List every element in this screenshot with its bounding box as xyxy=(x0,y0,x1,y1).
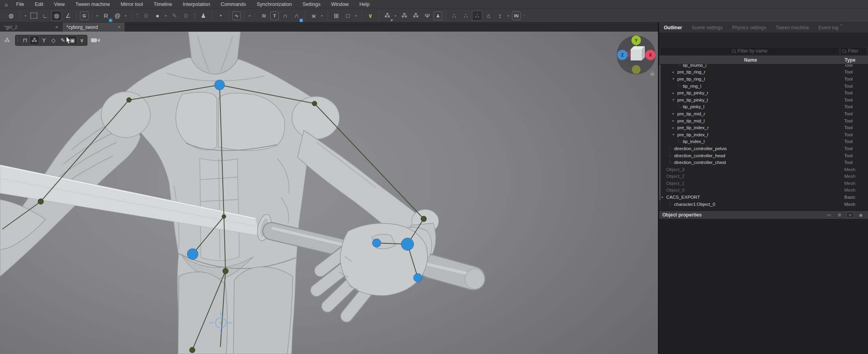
phase-toggle-icon[interactable]: Φ xyxy=(836,212,843,218)
node-triangle-icon[interactable]: Y xyxy=(39,36,49,45)
outliner-row[interactable]: tip_thumb_lTool xyxy=(659,64,868,69)
pose-board-icon[interactable]: ⊓ xyxy=(20,36,30,45)
text-tool-icon[interactable]: T xyxy=(270,11,279,20)
outliner-row[interactable]: tip_ring_lTool xyxy=(659,83,868,90)
rig-joint-point[interactable] xyxy=(222,215,226,218)
scene-globe-icon[interactable]: ◍ xyxy=(6,11,16,21)
flyout-arrow-icon[interactable]: ▸ xyxy=(320,11,324,21)
panel-tab-physics-settings[interactable]: Physics settings xyxy=(732,25,766,30)
outliner-scrollbar[interactable] xyxy=(659,64,661,211)
stepper-icon[interactable]: +− xyxy=(135,11,140,21)
arc-tool-icon[interactable]: ∩ xyxy=(280,11,290,21)
outliner-row[interactable]: Object_1Mesh xyxy=(659,180,868,187)
flyout-arrow-icon[interactable]: ▸ xyxy=(354,11,358,21)
footsteps-auto-icon[interactable]: ∴ xyxy=(461,11,471,21)
rig-selected-point[interactable] xyxy=(413,273,422,282)
list-view-icon[interactable]: ≡ xyxy=(846,212,854,218)
collapse-arrow-icon[interactable]: ▾ xyxy=(661,196,666,199)
outliner-row[interactable]: ▸pre_tip_ring_rTool xyxy=(659,69,868,76)
filter-by-name-input[interactable]: Filter by name xyxy=(660,47,840,55)
physics-joint-icon[interactable]: ⁂P xyxy=(382,11,392,21)
name-column-header[interactable]: Name xyxy=(659,57,842,63)
outliner-row[interactable]: tip_pinky_lTool xyxy=(659,104,868,111)
panel-tab-scene-settings[interactable]: Scene settings xyxy=(692,25,723,30)
rig-joint-icon[interactable]: ⁂ xyxy=(2,36,12,45)
outliner-row[interactable]: direction_controller_headTool xyxy=(659,152,868,159)
outliner-row[interactable]: ▾pre_tip_pinky_lTool xyxy=(659,96,868,104)
rig-person-icon[interactable]: ♟ xyxy=(434,11,442,20)
vector-pose-icon[interactable]: ∠ xyxy=(63,11,73,21)
rig-joint-point[interactable] xyxy=(190,347,195,353)
display-frame-icon[interactable]: ▭ xyxy=(825,212,833,218)
auto-rotation-icon[interactable]: R▪ xyxy=(101,11,111,21)
collapse-arrow-icon[interactable]: ‹ xyxy=(16,36,20,45)
outliner-row[interactable]: ▸pre_tip_mid_lTool xyxy=(659,117,868,124)
rig-joint-point[interactable] xyxy=(421,216,426,222)
flyout-arrow-icon[interactable]: ▸ xyxy=(506,11,511,21)
menu-item-settings[interactable]: Settings xyxy=(303,2,320,7)
outliner-row[interactable]: Object_2Mesh xyxy=(659,173,868,180)
collapse-arrow-icon[interactable]: ▾ xyxy=(673,98,677,102)
ghost-v-icon[interactable]: ∨ xyxy=(77,36,87,45)
outliner-row[interactable]: Object_0Mesh xyxy=(659,187,868,194)
outliner-row[interactable]: Object_3Mesh xyxy=(659,166,868,173)
menu-item-view[interactable]: View xyxy=(54,2,65,7)
flyout-arrow-icon[interactable]: ▸ xyxy=(95,11,100,21)
outliner-row[interactable]: direction_controller_chestTool xyxy=(659,159,868,166)
grid-cell-icon[interactable]: ⊞ xyxy=(331,11,341,21)
document-tab-girl_2[interactable]: *girl_2× xyxy=(0,23,63,32)
menu-item-tween-machine[interactable]: Tween machine xyxy=(75,2,110,7)
menu-item-interpolation[interactable]: Interpolation xyxy=(183,2,210,7)
rig-joint-point[interactable] xyxy=(312,101,317,106)
expand-arrow-icon[interactable]: ▸ xyxy=(673,119,677,122)
mask-icon[interactable]: ◔ xyxy=(215,11,226,21)
outliner-row[interactable]: ▾pre_tip_index_lTool xyxy=(659,131,868,138)
arc-l-tool-icon[interactable]: ∩L xyxy=(292,11,302,21)
frame-icon[interactable]: □ xyxy=(343,11,353,21)
skeleton-icon[interactable]: ⁂ xyxy=(30,36,39,45)
outliner-row[interactable]: ▾pre_tip_ring_lTool xyxy=(659,75,868,83)
viewport-3d[interactable]: ⁂ ‹⊓⁂Y◇✎▣∨ ˅› Y Z X xyxy=(0,32,658,354)
panel-tab-event-log[interactable]: Event log* xyxy=(819,25,838,30)
value-field[interactable]: 0 xyxy=(181,11,191,21)
menu-item-file[interactable]: File xyxy=(16,2,24,7)
flyout-arrow-icon[interactable]: ▸ xyxy=(248,11,252,21)
footsteps-lock-icon[interactable]: ∴ xyxy=(472,11,482,21)
gizmo-lock-icon[interactable] xyxy=(650,73,654,76)
rig-joint-point[interactable] xyxy=(223,268,228,274)
rig-joint-point[interactable] xyxy=(38,199,44,204)
cube-icon[interactable]: ◇ xyxy=(49,36,58,45)
footsteps-icon[interactable]: ∴ xyxy=(449,11,459,21)
value-field[interactable]: 0 xyxy=(141,11,151,21)
dots-icon[interactable]: ⁚ xyxy=(253,11,258,21)
panel-tab-tween-machine[interactable]: Tween machine xyxy=(776,25,809,30)
interpolation-spiral-icon[interactable]: @ xyxy=(112,11,123,21)
expand-arrow-icon[interactable]: ▸ xyxy=(673,112,677,115)
outliner-row[interactable]: direction_controller_pelvisTool xyxy=(659,145,868,152)
navigation-gizmo[interactable]: Y Z X xyxy=(616,34,658,78)
menu-item-edit[interactable]: Edit xyxy=(35,2,44,7)
outliner-row[interactable]: ▸pre_tip_mid_rTool xyxy=(659,110,868,117)
tab-close-icon[interactable]: × xyxy=(55,24,58,30)
keyframe-dot-icon[interactable]: ● xyxy=(152,11,163,21)
type-column-header[interactable]: Type xyxy=(842,57,868,63)
sphere-select-icon[interactable]: ◍ xyxy=(51,11,62,21)
chevron-down-icon[interactable]: ˅ xyxy=(100,36,104,45)
pose-library-icon[interactable]: ⌂ xyxy=(483,11,494,21)
camera-icon[interactable] xyxy=(91,36,100,45)
panel-tab-outliner[interactable]: Outliner xyxy=(664,25,682,30)
rig-selected-point[interactable] xyxy=(401,238,414,250)
rig-joint-point[interactable] xyxy=(127,98,131,102)
outliner-row[interactable]: tip_index_lTool xyxy=(659,138,868,145)
tab-close-icon[interactable]: × xyxy=(118,24,121,30)
scene-canvas[interactable] xyxy=(0,32,658,354)
rig-selected-point[interactable] xyxy=(372,239,381,247)
menu-item-help[interactable]: Help xyxy=(359,2,370,7)
outliner-row[interactable]: ▸pre_tip_pinky_rTool xyxy=(659,89,868,96)
document-tab-cyborg_sword[interactable]: *cyborg_sword× xyxy=(63,23,125,32)
joint-split-icon[interactable]: ⁂ xyxy=(411,11,421,21)
flyout-arrow-icon[interactable]: ▸ xyxy=(124,11,128,21)
expand-arrow-icon[interactable]: ▸ xyxy=(673,91,677,95)
ghost-v-icon[interactable]: ∨ xyxy=(365,11,375,21)
transform-axes-icon[interactable]: ∟ xyxy=(40,11,50,21)
